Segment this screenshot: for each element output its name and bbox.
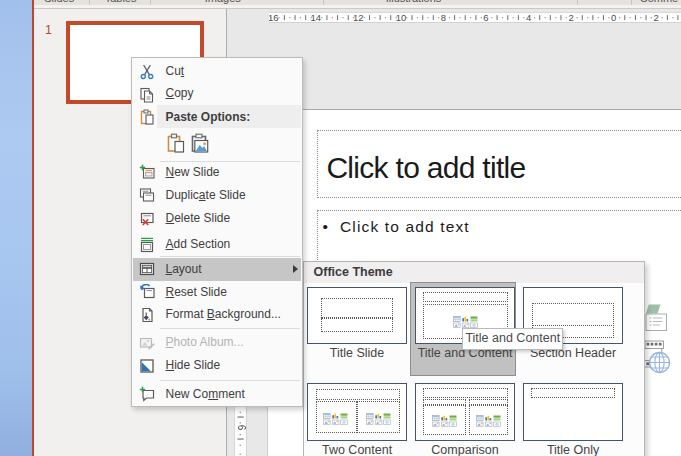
svg-text:10: 10	[396, 13, 407, 22]
svg-text:6: 6	[484, 13, 489, 22]
svg-text:14: 14	[311, 13, 322, 22]
svg-text:16: 16	[269, 13, 279, 22]
svg-text:4: 4	[526, 13, 531, 22]
svg-text:0: 0	[611, 13, 616, 22]
svg-text:2: 2	[654, 13, 659, 22]
svg-text:12: 12	[353, 13, 364, 22]
svg-text:2: 2	[569, 13, 574, 22]
svg-text:8: 8	[441, 13, 446, 22]
